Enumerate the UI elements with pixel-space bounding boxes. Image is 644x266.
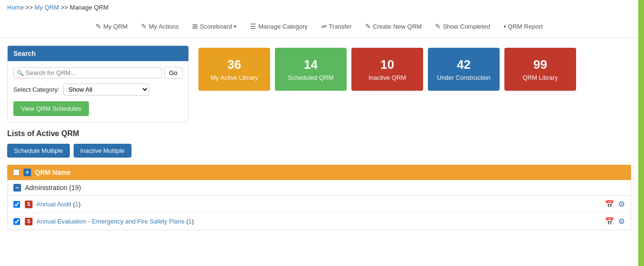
nav-label-scoreboard: Scoreboard [200, 23, 232, 30]
row-checkbox-annual-audit[interactable] [13, 201, 20, 208]
stat-number-active-library: 36 [228, 57, 241, 72]
stat-label-inactive-qrm: Inactive QRM [369, 74, 406, 81]
breadcrumb-myqrm[interactable]: My QRM [34, 4, 59, 11]
scoreboard-dropdown-icon: ▾ [234, 23, 237, 30]
group-header-administration: − Administration (19) [8, 180, 631, 196]
s-icon-annual-audit: S [25, 201, 33, 208]
top-navigation: ✎ My QRM ✎ My Actions ⊞ Scoreboard ▾ ☰ M… [0, 15, 638, 38]
row-title-annual-eval: Annual Evaluation - Emergency and Fire S… [36, 218, 605, 225]
table-row: S Annual Evaluation - Emergency and Fire… [8, 213, 631, 230]
nav-item-my-qrm[interactable]: ✎ My QRM [90, 19, 133, 34]
stat-number-under-construction: 42 [457, 57, 471, 72]
nav-label-show-completed: Show Completed [443, 23, 490, 30]
my-qrm-icon: ✎ [96, 22, 101, 30]
row-actions-annual-eval: 📅 ⚙ [605, 217, 625, 226]
breadcrumb: Home >> My QRM >> Manage QRM [0, 0, 638, 15]
breadcrumb-current: Manage QRM [70, 4, 109, 11]
calendar-icon-annual-eval[interactable]: 📅 [605, 217, 614, 226]
row-checkbox-annual-eval[interactable] [13, 218, 20, 225]
stat-label-active-library: My Active Library [211, 74, 258, 81]
gear-icon-annual-audit[interactable]: ⚙ [618, 200, 625, 209]
calendar-icon-annual-audit[interactable]: 📅 [605, 200, 614, 209]
qrm-report-icon: ▪ [503, 22, 506, 30]
stat-number-scheduled-qrm: 14 [304, 57, 318, 72]
stat-number-inactive-qrm: 10 [381, 57, 394, 72]
lists-title: Lists of Active QRM [7, 129, 631, 138]
create-new-qrm-icon: ✎ [365, 22, 371, 30]
action-buttons: Schedule Multiple Inactive Multiple [7, 144, 631, 158]
nav-label-manage-category: Manage Category [258, 23, 307, 30]
nav-item-qrm-report[interactable]: ▪ QRM Report [498, 19, 548, 34]
stat-card-qrm-library[interactable]: 99 QRM Library [504, 48, 576, 91]
transfer-icon: ⇌ [321, 22, 327, 30]
category-label: Select Category: [13, 86, 59, 93]
nav-label-transfer: Transfer [329, 23, 352, 30]
search-go-button[interactable]: Go [164, 67, 183, 79]
nav-item-scoreboard[interactable]: ⊞ Scoreboard ▾ [186, 19, 242, 34]
gear-icon-annual-eval[interactable]: ⚙ [618, 217, 625, 226]
search-panel-body: 🔍 Go Select Category: Show AllAdministra… [8, 61, 188, 122]
inactive-multiple-button[interactable]: Inactive Multiple [74, 144, 131, 158]
row-link-annual-eval[interactable]: Annual Evaluation - Emergency and Fire S… [36, 218, 185, 225]
qrm-table: + QRM Name − Administration (19) S [7, 165, 631, 230]
group-administration: − Administration (19) S Annual Audit (1) [7, 180, 631, 230]
nav-item-transfer[interactable]: ⇌ Transfer [316, 19, 358, 34]
table-header: + QRM Name [7, 165, 631, 180]
stat-card-scheduled-qrm[interactable]: 14 Scheduled QRM [275, 48, 347, 91]
collapse-administration-icon[interactable]: − [13, 184, 21, 192]
my-actions-icon: ✎ [141, 22, 147, 30]
scoreboard-icon: ⊞ [192, 22, 198, 30]
search-title: Search [13, 50, 36, 57]
row-title-annual-audit: Annual Audit (1) [36, 201, 605, 208]
search-input-row: 🔍 Go [13, 67, 183, 79]
stat-label-qrm-library: QRM Library [523, 74, 558, 81]
nav-label-qrm-report: QRM Report [508, 23, 543, 30]
s-icon-annual-eval: S [25, 218, 33, 225]
lower-section: Lists of Active QRM Schedule Multiple In… [0, 122, 638, 237]
plus-icon[interactable]: + [23, 169, 31, 176]
stat-label-under-construction: Under Construction [437, 74, 491, 81]
table-header-label: QRM Name [35, 169, 71, 176]
nav-label-my-qrm: My QRM [103, 23, 128, 30]
nav-item-show-completed[interactable]: ✎ Show Completed [429, 19, 496, 34]
search-icon: 🔍 [17, 70, 24, 76]
top-section: Search 🔍 Go Select Category: Show AllAdm… [0, 38, 638, 122]
show-completed-icon: ✎ [435, 22, 441, 30]
nav-item-manage-category[interactable]: ☰ Manage Category [244, 19, 313, 34]
stat-number-qrm-library: 99 [534, 57, 547, 72]
table-row: S Annual Audit (1) 📅 ⚙ [8, 196, 631, 213]
stat-card-inactive-qrm[interactable]: 10 Inactive QRM [351, 48, 423, 91]
category-row: Select Category: Show AllAdministrationH… [13, 84, 183, 96]
row-link-annual-audit[interactable]: Annual Audit [36, 201, 71, 208]
search-input[interactable] [26, 69, 158, 76]
stat-card-active-library[interactable]: 36 My Active Library [198, 48, 270, 91]
stat-card-under-construction[interactable]: 42 Under Construction [428, 48, 500, 91]
nav-label-my-actions: My Actions [149, 23, 179, 30]
nav-label-create-new-qrm: Create New QRM [373, 23, 422, 30]
row-actions-annual-audit: 📅 ⚙ [605, 200, 625, 209]
view-qrm-schedules-button[interactable]: View QRM Schedules [13, 101, 89, 116]
stats-row: 36 My Active Library 14 Scheduled QRM 10… [198, 45, 631, 91]
search-panel-header: Search [8, 46, 188, 61]
nav-item-create-new-qrm[interactable]: ✎ Create New QRM [360, 19, 428, 34]
stat-label-scheduled-qrm: Scheduled QRM [288, 74, 333, 81]
schedule-multiple-button[interactable]: Schedule Multiple [7, 144, 70, 158]
breadcrumb-home[interactable]: Home [7, 4, 24, 11]
group-title-administration: Administration (19) [25, 184, 81, 192]
manage-category-icon: ☰ [250, 22, 256, 30]
search-input-wrapper: 🔍 [13, 67, 162, 78]
search-panel: Search 🔍 Go Select Category: Show AllAdm… [7, 45, 189, 122]
select-all-checkbox[interactable] [13, 169, 20, 176]
category-select[interactable]: Show AllAdministrationHRFinanceITOperati… [63, 84, 149, 96]
nav-item-my-actions[interactable]: ✎ My Actions [135, 19, 185, 34]
